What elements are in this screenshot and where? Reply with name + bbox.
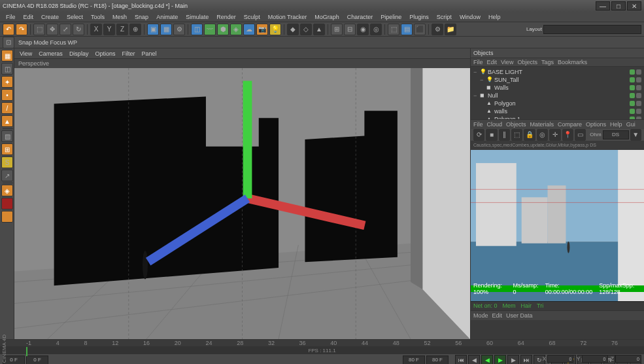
goto-end-button[interactable]: ⏭ (520, 355, 532, 365)
render-dot[interactable] (636, 109, 641, 114)
rp-dropdown[interactable]: ▼ (630, 129, 641, 141)
vp-menu-filter[interactable]: Filter (119, 50, 137, 58)
pos-z-input[interactable] (615, 355, 641, 363)
rp-pick[interactable]: ✛ (549, 129, 560, 141)
obj-tab-file[interactable]: File (473, 59, 483, 65)
rp-stop[interactable]: ■ (486, 129, 497, 141)
obj-tab-bookmarks[interactable]: Bookmarks (558, 59, 587, 65)
rp-focus[interactable]: ◎ (537, 129, 548, 141)
attr-tab-mode[interactable]: Mode (473, 312, 488, 319)
menu-sculpt[interactable]: Sculpt (241, 13, 263, 21)
rp-materials[interactable]: Materials (530, 121, 554, 128)
octane-tool-1[interactable]: ◆ (287, 24, 299, 35)
attr-tab-userdata[interactable]: User Data (506, 312, 533, 319)
rp-region[interactable]: ▭ (575, 129, 586, 141)
menu-snap[interactable]: Snap (131, 13, 152, 21)
attr-tab-edit[interactable]: Edit (492, 312, 503, 319)
vp-menu-options[interactable]: Options (92, 50, 118, 58)
window-maximize[interactable]: □ (611, 1, 626, 10)
deformer-tool[interactable]: ◈ (230, 24, 242, 35)
generator-tool[interactable]: ⬢ (217, 24, 229, 35)
octane-tool-2[interactable]: ◇ (300, 24, 312, 35)
snap-toggle[interactable]: S (1, 156, 13, 168)
tool-misc-1[interactable]: ⊞ (331, 24, 343, 35)
goto-start-button[interactable]: ⏮ (455, 355, 467, 365)
window-close[interactable]: ✕ (627, 1, 641, 10)
edge-mode[interactable]: / (1, 102, 13, 114)
menu-help[interactable]: Help (485, 13, 504, 21)
menu-edit[interactable]: Edit (20, 13, 37, 21)
perspective-viewport[interactable] (14, 68, 470, 339)
playhead[interactable] (26, 347, 27, 356)
obj-tab-edit[interactable]: Edit (487, 59, 498, 65)
object-mode[interactable]: ◫ (1, 63, 13, 75)
lock-x[interactable]: X (90, 24, 102, 35)
primitive-cube[interactable]: ◫ (191, 24, 203, 35)
tree-item-1[interactable]: −💡SUN_Tall (473, 76, 641, 84)
menu-window[interactable]: Window (456, 13, 484, 21)
menu-pipeline[interactable]: Pipeline (377, 13, 405, 21)
obj-tab-tags[interactable]: Tags (541, 59, 554, 65)
render-dot[interactable] (636, 69, 641, 75)
model-mode[interactable]: ▦ (1, 50, 13, 62)
rp-pause[interactable]: ‖ (499, 129, 510, 141)
move-tool[interactable]: ✥ (46, 24, 58, 35)
coord-system[interactable]: ⊕ (129, 24, 141, 35)
redo-button[interactable]: ↷ (16, 24, 27, 35)
environment-tool[interactable]: ☁ (243, 24, 255, 35)
layout-search[interactable] (543, 25, 641, 34)
visibility-dot[interactable] (630, 69, 635, 75)
tool-misc-6[interactable]: ▤ (401, 24, 413, 35)
lock-z[interactable]: Z (116, 24, 128, 35)
rp-options[interactable]: Options (586, 121, 606, 128)
menu-file[interactable]: File (3, 13, 19, 21)
tool-misc-3[interactable]: ◉ (357, 24, 369, 35)
menu-animate[interactable]: Animate (153, 13, 181, 21)
play-forward-button[interactable]: ▶ (494, 355, 506, 365)
render-dot[interactable] (636, 85, 641, 90)
light-tool[interactable]: 💡 (269, 24, 281, 35)
point-mode[interactable]: • (1, 89, 13, 101)
obj-tab-objects[interactable]: Objects (517, 59, 537, 65)
rp-lock[interactable]: 🔒 (524, 129, 535, 141)
rp-objects[interactable]: Objects (506, 121, 526, 128)
render-dot[interactable] (636, 77, 641, 82)
menu-mesh[interactable]: Mesh (109, 13, 130, 21)
rp-cloud[interactable]: Cloud (487, 121, 503, 128)
vp-menu-cameras[interactable]: Cameras (36, 50, 65, 58)
visibility-dot[interactable] (630, 101, 635, 106)
camera-tool[interactable]: 📷 (256, 24, 268, 35)
tool-misc-5[interactable]: ⬚ (388, 24, 399, 35)
rp-compare[interactable]: Compare (558, 121, 582, 128)
rp-help[interactable]: Help (610, 121, 622, 128)
menu-tools[interactable]: Tools (88, 13, 108, 21)
frame-end-input[interactable] (403, 355, 425, 365)
rp-file[interactable]: File (473, 121, 483, 128)
rp-marker[interactable]: 📍 (562, 129, 573, 141)
color-orange[interactable] (1, 211, 13, 223)
menu-motiontracker[interactable]: Motion Tracker (265, 13, 311, 21)
tree-toggle-icon[interactable]: − (480, 77, 485, 83)
object-manager-tree[interactable]: −💡BASE LIGHT−💡SUN_Tall◼Walls−◼Null▲Polyg… (471, 67, 644, 119)
lock-y[interactable]: Y (103, 24, 115, 35)
menu-select[interactable]: Select (63, 13, 86, 21)
content-browser[interactable]: 📁 (445, 24, 456, 35)
menu-plugins[interactable]: Plugins (406, 13, 432, 21)
render-picture-button[interactable]: ▦ (160, 24, 172, 35)
tree-item-0[interactable]: −💡BASE LIGHT (473, 68, 641, 76)
pos-y-input[interactable] (582, 355, 608, 363)
pos-x-input[interactable] (547, 355, 573, 363)
vp-menu-panel[interactable]: Panel (139, 50, 159, 58)
timeline-track[interactable]: FPS : 111.1 (0, 347, 644, 354)
texture-mode[interactable]: ▨ (1, 130, 13, 142)
rp-toggle[interactable]: ⬚ (511, 129, 522, 141)
tweak-mode[interactable]: ↗ (1, 170, 13, 181)
settings-button[interactable]: ⚙ (432, 24, 443, 35)
frame-max-input[interactable] (426, 355, 449, 365)
render-view-button[interactable]: ▣ (147, 24, 159, 35)
menu-render[interactable]: Render (213, 13, 239, 21)
window-minimize[interactable]: — (596, 1, 610, 10)
vp-menu-display[interactable]: Display (67, 50, 92, 58)
visibility-dot[interactable] (630, 77, 635, 82)
tree-item-4[interactable]: ▲Polygon (473, 100, 641, 107)
